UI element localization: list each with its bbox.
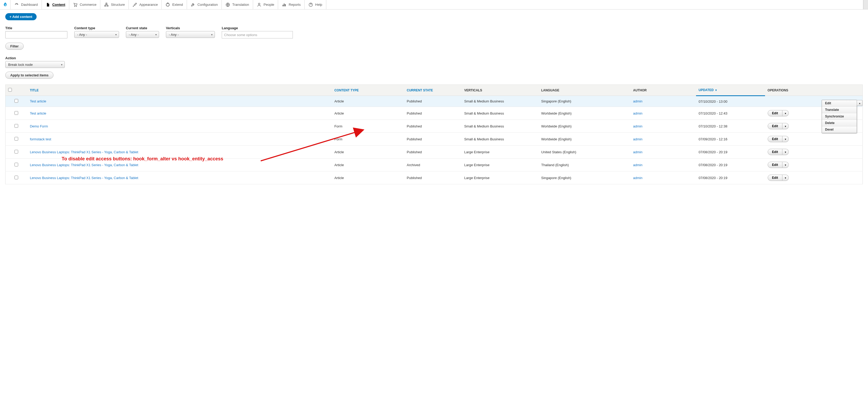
help-icon (308, 2, 313, 7)
row-checkbox[interactable] (14, 175, 18, 179)
toolbar-dashboard[interactable]: Dashboard (10, 0, 42, 9)
table-row: formstack test Form Published Small & Me… (5, 133, 863, 146)
row-title-link[interactable]: formstack test (30, 137, 51, 141)
filters-row: Title Content type - Any - Current state… (5, 26, 863, 38)
verticals-select[interactable]: - Any - (166, 31, 215, 38)
row-author-link[interactable]: admin (633, 111, 642, 115)
row-language: Worldwide (English) (538, 133, 630, 146)
row-checkbox[interactable] (14, 150, 18, 154)
header-current-state[interactable]: CURRENT STATE (404, 85, 462, 96)
dd-edit[interactable]: Edit (822, 100, 857, 107)
filter-title: Title (5, 26, 67, 38)
add-content-button[interactable]: + Add content (5, 13, 37, 20)
svg-point-0 (5, 4, 6, 6)
header-title[interactable]: TITLE (27, 85, 332, 96)
row-updated: 07/10/2020 - 12:43 (696, 107, 765, 120)
row-verticals: Small & Medium Business (462, 107, 538, 120)
row-checkbox[interactable] (14, 111, 18, 115)
edit-dropdown-toggle[interactable]: ▾ (782, 149, 789, 155)
row-updated: 07/08/2020 - 20:19 (696, 146, 765, 159)
row-content-type: Form (332, 120, 404, 133)
admin-toolbar: Dashboard Content Commerce Structure App… (0, 0, 868, 9)
toolbar-help[interactable]: Help (305, 0, 326, 9)
table-row: Lenovo Business Laptops: ThinkPad X1 Ser… (5, 171, 863, 184)
edit-button[interactable]: Edit (768, 162, 783, 168)
toolbar-reports[interactable]: Reports (278, 0, 305, 9)
row-author-link[interactable]: admin (633, 99, 642, 103)
edit-dropdown-toggle[interactable]: ▾ (782, 162, 789, 168)
row-title-link[interactable]: Lenovo Business Laptops: ThinkPad X1 Ser… (30, 150, 138, 154)
filter-language: Language Choose some options (222, 26, 293, 38)
row-checkbox[interactable] (14, 137, 18, 140)
row-operations: Edit▾ (765, 146, 863, 159)
dd-devel[interactable]: Devel (822, 126, 857, 133)
edit-dropdown-toggle[interactable]: ▾ (782, 174, 789, 181)
edit-dropdown-toggle[interactable]: ▾ (782, 110, 789, 117)
select-all-header (5, 85, 27, 96)
current-state-select[interactable]: - Any - (126, 31, 159, 38)
edit-button[interactable]: Edit (768, 110, 783, 117)
content-type-select[interactable]: - Any - (74, 31, 119, 38)
language-input[interactable]: Choose some options (222, 31, 293, 38)
toolbar-configuration[interactable]: Configuration (187, 0, 222, 9)
header-verticals: VERTICALS (462, 85, 538, 96)
toolbar-translation[interactable]: Translation (222, 0, 253, 9)
row-author-link[interactable]: admin (633, 137, 642, 141)
filter-content-type: Content type - Any - (74, 26, 119, 38)
verticals-label: Verticals (166, 26, 215, 30)
dd-translate[interactable]: Translate (822, 107, 857, 113)
drupal-logo[interactable] (0, 0, 10, 9)
toolbar-content[interactable]: Content (42, 0, 69, 9)
row-operations: Edit▾ (765, 159, 863, 171)
toolbar-structure[interactable]: Structure (100, 0, 129, 9)
header-operations: OPERATIONS (765, 85, 863, 96)
table-row: Test article Article Published Small & M… (5, 96, 863, 107)
row-language: Worldwide (English) (538, 107, 630, 120)
gauge-icon (14, 2, 19, 7)
action-select[interactable]: Break lock node (5, 61, 65, 68)
toolbar-people[interactable]: People (253, 0, 278, 9)
row-title-link[interactable]: Demo Form (30, 124, 48, 128)
edit-button[interactable]: Edit (768, 174, 783, 181)
dd-delete[interactable]: Delete (822, 120, 857, 126)
row-operations: Edit▾ (765, 171, 863, 184)
row-checkbox[interactable] (14, 124, 18, 128)
toolbar-commerce[interactable]: Commerce (69, 0, 101, 9)
row-checkbox[interactable] (14, 163, 18, 166)
filter-button[interactable]: Filter (5, 43, 24, 50)
row-author-link[interactable]: admin (633, 176, 642, 180)
row-title-link[interactable]: Test article (30, 99, 46, 103)
edit-dropdown-toggle[interactable]: ▾ (782, 123, 789, 129)
apply-button[interactable]: Apply to selected items (5, 72, 54, 79)
row-state: Published (404, 133, 462, 146)
edit-dropdown-toggle[interactable]: ▾ (782, 136, 789, 142)
row-title-link[interactable]: Test article (30, 111, 46, 115)
edit-button[interactable]: Edit (768, 136, 783, 142)
edit-button[interactable]: Edit (768, 149, 783, 155)
toolbar-handle[interactable] (863, 0, 868, 9)
svg-rect-5 (107, 5, 108, 6)
current-state-label: Current state (126, 26, 159, 30)
content-type-label: Content type (74, 26, 119, 30)
hierarchy-icon (104, 2, 109, 7)
toolbar-extend[interactable]: Extend (162, 0, 187, 9)
dd-synchronize[interactable]: Synchronize (822, 113, 857, 120)
header-content-type[interactable]: CONTENT TYPE (332, 85, 404, 96)
row-title-link[interactable]: Lenovo Business Laptops: ThinkPad X1 Ser… (30, 176, 138, 180)
row-author-link[interactable]: admin (633, 163, 642, 167)
row-verticals: Small & Medium Business (462, 96, 538, 107)
header-updated[interactable]: UPDATED▼ (696, 85, 765, 96)
row-author-link[interactable]: admin (633, 150, 642, 154)
svg-rect-4 (105, 5, 106, 6)
row-updated: 07/08/2020 - 20:19 (696, 159, 765, 171)
filter-current-state: Current state - Any - (126, 26, 159, 38)
toolbar-appearance[interactable]: Appearance (129, 0, 162, 9)
dd-collapse-icon[interactable]: ▴ (857, 100, 863, 106)
row-author-link[interactable]: admin (633, 124, 642, 128)
document-icon (45, 2, 50, 7)
title-input[interactable] (5, 31, 67, 38)
edit-button[interactable]: Edit (768, 123, 783, 129)
row-checkbox[interactable] (14, 99, 18, 103)
select-all-checkbox[interactable] (8, 88, 12, 92)
row-title-link[interactable]: Lenovo Business Laptops: ThinkPad X1 Ser… (30, 163, 138, 167)
